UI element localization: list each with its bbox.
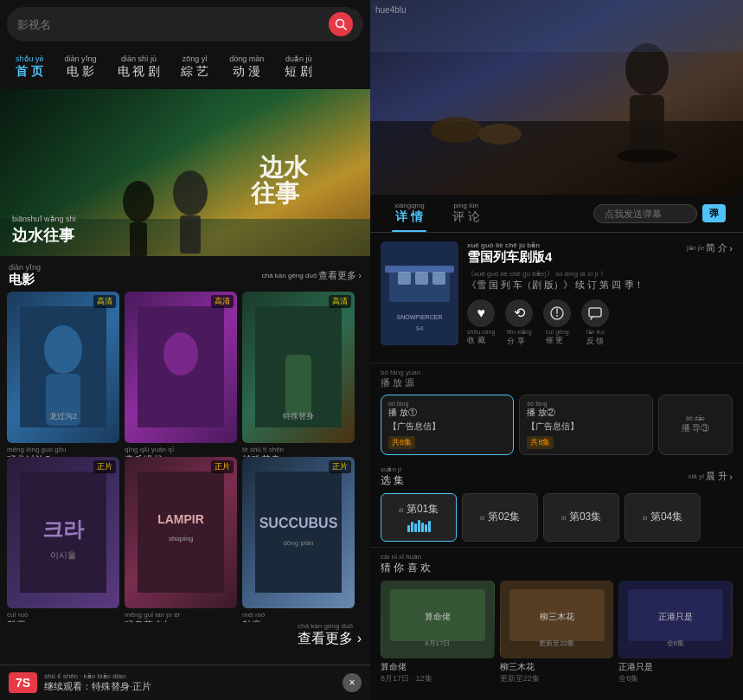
movie-card-1[interactable]: 龙过沟2 高清 měng lóng guò gōu 猛龙过沟2 — [7, 292, 119, 452]
svg-point-11 — [44, 325, 82, 374]
episodes-section: xuǎn jí 选 集 xià yī 晨 升 › dì 第01集 — [370, 460, 743, 547]
episode-4-button[interactable]: dì 第04集 — [625, 493, 701, 542]
collect-label: shōu cáng 收 藏 — [467, 329, 495, 346]
ep-3-label: dì 第03集 — [561, 510, 602, 524]
svg-text:柳三木花: 柳三木花 — [540, 612, 574, 621]
drama-title-row: xuě guó liè chē jù bǎn 雪国列车剧版4 jiǎn jǐe … — [467, 241, 733, 266]
movie-poster-6: SUCCUBUS dōng piàn 正片 — [242, 457, 355, 608]
tab-tv[interactable]: diàn shì jù 电 视 剧 — [109, 52, 170, 82]
share-icon: ⟲ — [505, 299, 533, 327]
urge-icon — [543, 299, 571, 327]
tab-comments-chinese: 评 论 — [452, 209, 480, 225]
source-card-2[interactable]: bō fàng 播 放② 【广告息信】 共8集 — [519, 395, 652, 455]
recommend-grid: 算命佬 8月17日 算命佬 8月17日 · 12集 柳三木花 更新至22集 柳三 — [381, 581, 733, 684]
svg-text:全6集: 全6集 — [667, 639, 684, 647]
svg-rect-18 — [285, 355, 311, 415]
detail-tabs: xiángqíng 详 情 píng lùn 评 论 弹 — [370, 195, 743, 233]
tab-movie[interactable]: diàn yǐng 电 影 — [56, 52, 106, 82]
svg-text:特殊替身: 特殊替身 — [283, 412, 314, 421]
recommend-card-3[interactable]: 正港只是 全6集 正港只是 全6集 — [618, 581, 733, 684]
tab-anime[interactable]: dòng màn 动 漫 — [221, 52, 272, 82]
source-3-label: bō dǎo 播 导③ — [682, 415, 710, 434]
episode-1-button[interactable]: dì 第01集 — [381, 493, 457, 542]
next-episode-button[interactable]: xià yī 晨 升 › — [689, 470, 733, 483]
tab-home[interactable]: shǒu yè 首 页 — [7, 52, 53, 82]
tab-detail[interactable]: xiángqíng 详 情 — [381, 195, 439, 232]
feedback-icon — [581, 299, 609, 327]
recommend-sub-1: 8月17日 · 12集 — [381, 673, 495, 684]
source-2-ad: 共8集 — [527, 436, 554, 449]
close-bottom-bar-button[interactable]: × — [343, 673, 362, 692]
source-1-content: 【广告息信】 — [388, 421, 506, 433]
movie-hd-badge-3: 高清 — [329, 295, 351, 308]
continue-text: 继续观看：特殊替身·正片 — [44, 680, 336, 693]
collect-button[interactable]: ♥ shōu cáng 收 藏 — [467, 299, 495, 347]
svg-rect-26 — [255, 472, 342, 593]
ep-1-bar — [407, 518, 431, 532]
share-button[interactable]: ⟲ fēn xiǎng 分 享 — [505, 299, 533, 347]
hero-title: 边水往事 — [12, 225, 76, 246]
svg-text:S4: S4 — [416, 325, 424, 331]
continue-info: shū tǐ shēn · kǎo biǎo diàn 继续观看：特殊替身·正片 — [44, 672, 336, 693]
recommend-card-2[interactable]: 柳三木花 更新至22集 柳三木花 更新至22集 — [500, 581, 614, 684]
hero-banner[interactable]: 边水 往事 biānshuǐ wǎng shì 边水往事 — [0, 89, 370, 256]
svg-text:dōng piàn: dōng piàn — [283, 539, 313, 547]
tab-comments[interactable]: píng lùn 评 论 — [439, 195, 494, 232]
movie-card-4[interactable]: 크라 이시올 正片 cuī ruò 魁翡 — [7, 457, 119, 617]
tab-detail-chinese: 详 情 — [395, 209, 423, 225]
source-card-1[interactable]: bō fàng 播 放① 【广告息信】 共8集 — [381, 395, 514, 455]
search-bar — [7, 7, 363, 42]
movie-title-2: qīng qiū yuán qǐ 青丘缘起 — [125, 446, 237, 457]
svg-rect-40 — [398, 272, 411, 285]
movie-card-6[interactable]: SUCCUBUS dōng piàn 正片 mèi mó 魅魔 — [242, 457, 355, 617]
movie-hd-badge-1: 高清 — [93, 295, 116, 308]
movie-card-5[interactable]: LAMPIR shùpǐng 正片 měng guǐ lán pí ěr 猛鬼蓝… — [125, 457, 237, 617]
movies-more-text: 查看更多 — [318, 269, 356, 282]
bottom-bar: 7S shū tǐ shēn · kǎo biǎo diàn 继续观看：特殊替身… — [0, 665, 370, 700]
svg-rect-23 — [138, 472, 224, 593]
movie-poster-1: 龙过沟2 高清 — [7, 292, 119, 443]
source-card-3[interactable]: bō dǎo 播 导③ — [658, 395, 733, 455]
danmu-input[interactable] — [593, 204, 697, 223]
source-title: bō fàng yuán 播 放 源 — [381, 369, 733, 389]
continue-pinyin: shū tǐ shēn · kǎo biǎo diàn — [44, 672, 336, 680]
recommend-poster-1: 算命佬 8月17日 — [381, 581, 495, 658]
svg-rect-41 — [415, 272, 428, 285]
recommend-title-1: 算命佬 — [381, 661, 495, 673]
svg-point-47 — [556, 315, 558, 317]
movie-grid-2: 크라 이시올 正片 cuī ruò 魁翡 LAMPIR shùpǐng — [0, 457, 370, 622]
svg-rect-34 — [630, 95, 664, 156]
movie-title-3: tè shū tì shēn 特殊替身 — [242, 446, 355, 457]
svg-point-35 — [617, 149, 677, 163]
drama-title: xuě guó liè chē jù bǎn 雪国列车剧版4 — [467, 241, 552, 264]
danmu-send-button[interactable]: 弹 — [702, 204, 726, 222]
episode-list: dì 第01集 dì 第02集 — [381, 493, 733, 542]
svg-point-32 — [478, 124, 522, 144]
continue-label: 7S — [9, 672, 37, 693]
tab-short[interactable]: duǎn jù 短 剧 — [276, 52, 321, 82]
ep-2-label: dì 第02集 — [480, 510, 521, 524]
tab-movie-pinyin: diàn yǐng — [65, 55, 97, 63]
urge-button[interactable]: cuī gèng 催 更 — [543, 299, 571, 347]
episode-3-button[interactable]: dì 第03集 — [543, 493, 619, 542]
svg-point-31 — [431, 117, 483, 143]
svg-text:LAMPIR: LAMPIR — [157, 512, 204, 526]
search-input[interactable] — [17, 18, 322, 31]
drama-subtitle: 《xuě guó liè chē (jù bǎn)》 xù dìng dì sì… — [467, 269, 733, 292]
movies-more-link[interactable]: chá kàn gèng duō 查看更多 › — [262, 269, 362, 282]
source-1-ad: 共8集 — [388, 436, 415, 449]
tab-tv-label: 电 视 剧 — [118, 63, 161, 79]
jian-jie-button[interactable]: jiǎn jǐe 简 介 › — [687, 241, 733, 254]
episode-2-button[interactable]: dì 第02集 — [462, 493, 538, 542]
video-player[interactable]: hue4blu — [370, 0, 743, 195]
movie-card-2[interactable]: 青丘缘起 高清 qīng qiū yuán qǐ 青丘缘起 — [125, 292, 237, 452]
movies2-more-link[interactable]: chá kàn gèng duō 查看更多 › — [298, 622, 362, 648]
movie-card-3[interactable]: 特殊替身 高清 tè shū tì shēn 特殊替身 — [242, 292, 355, 452]
tab-variety[interactable]: zōng yì 綜 艺 — [172, 52, 217, 82]
search-button[interactable] — [329, 12, 353, 36]
feedback-button[interactable]: fǎn kuì 反 馈 — [581, 299, 609, 347]
tab-short-label: 短 剧 — [285, 63, 312, 79]
recommend-card-1[interactable]: 算命佬 8月17日 算命佬 8月17日 · 12集 — [381, 581, 495, 684]
bottom-bar-container: 7S shū tǐ shēn · kǎo biǎo diàn 继续观看：特殊替身… — [0, 652, 370, 700]
recommend-title-3: 正港只是 — [618, 661, 733, 673]
